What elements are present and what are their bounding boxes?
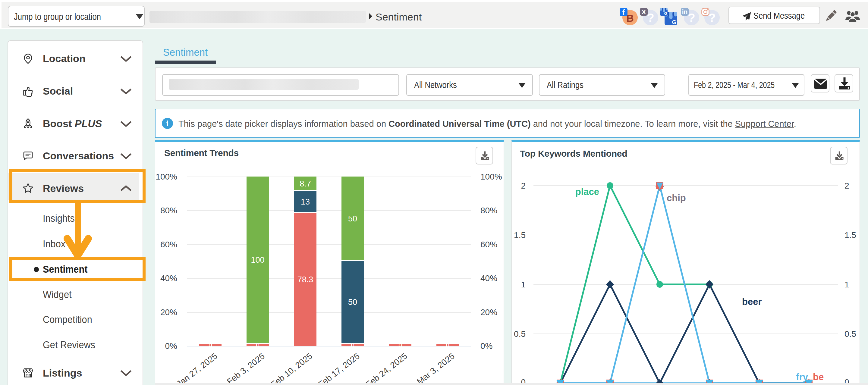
svg-text:G: G [664, 11, 667, 16]
svg-text:fry: fry [796, 372, 808, 382]
svg-text:chip: chip [667, 193, 686, 203]
svg-text:1: 1 [844, 280, 849, 289]
svg-text:be: be [813, 372, 824, 382]
svg-text:1.5: 1.5 [514, 230, 526, 240]
svg-text:G: G [672, 19, 677, 25]
svg-text:0.5: 0.5 [514, 329, 526, 339]
svg-text:1: 1 [521, 280, 526, 289]
svg-text:2: 2 [844, 181, 849, 190]
svg-text:1.5: 1.5 [844, 230, 856, 240]
svg-text:place: place [575, 187, 599, 197]
svg-text:2: 2 [521, 181, 526, 190]
svg-text:beer: beer [742, 296, 762, 307]
svg-text:0.5: 0.5 [844, 329, 856, 339]
